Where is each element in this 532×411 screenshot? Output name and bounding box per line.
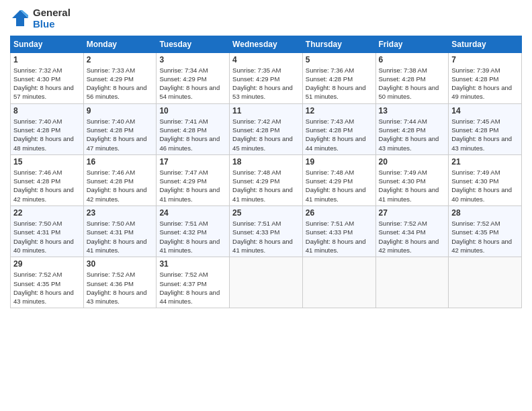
day-info: Sunrise: 7:47 AMSunset: 4:29 PMDaylight:… [159, 168, 226, 203]
day-info: Sunrise: 7:52 AMSunset: 4:35 PMDaylight:… [451, 219, 519, 255]
day-info: Sunrise: 7:49 AMSunset: 4:30 PMDaylight:… [451, 168, 519, 203]
calendar-cell: 24Sunrise: 7:51 AMSunset: 4:32 PMDayligh… [157, 206, 230, 257]
day-info: Sunrise: 7:35 AMSunset: 4:29 PMDaylight:… [232, 66, 300, 101]
calendar-cell: 9Sunrise: 7:40 AMSunset: 4:28 PMDaylight… [83, 103, 157, 154]
day-info: Sunrise: 7:49 AMSunset: 4:30 PMDaylight:… [379, 168, 446, 203]
day-info: Sunrise: 7:48 AMSunset: 4:29 PMDaylight:… [306, 168, 373, 203]
logo-text: General Blue [33, 7, 71, 30]
day-info: Sunrise: 7:44 AMSunset: 4:28 PMDaylight:… [379, 117, 446, 152]
day-info: Sunrise: 7:51 AMSunset: 4:32 PMDaylight:… [159, 219, 226, 255]
day-info: Sunrise: 7:40 AMSunset: 4:28 PMDaylight:… [87, 117, 154, 152]
day-info: Sunrise: 7:48 AMSunset: 4:29 PMDaylight:… [232, 168, 300, 203]
day-number: 3 [159, 55, 226, 64]
day-number: 28 [451, 208, 519, 218]
weekday-header-sunday: Sunday [11, 36, 84, 52]
day-info: Sunrise: 7:46 AMSunset: 4:28 PMDaylight:… [87, 168, 154, 203]
weekday-header-wednesday: Wednesday [230, 36, 303, 52]
day-number: 27 [379, 208, 446, 218]
day-info: Sunrise: 7:46 AMSunset: 4:28 PMDaylight:… [13, 168, 81, 203]
day-info: Sunrise: 7:41 AMSunset: 4:28 PMDaylight:… [159, 117, 226, 152]
day-info: Sunrise: 7:42 AMSunset: 4:28 PMDaylight:… [232, 117, 300, 152]
day-number: 6 [379, 55, 446, 64]
day-number: 14 [451, 106, 519, 116]
weekday-header-tuesday: Tuesday [157, 36, 230, 52]
weekday-header-saturday: Saturday [449, 36, 522, 52]
day-number: 12 [306, 106, 373, 116]
day-number: 31 [159, 259, 226, 269]
calendar-cell: 31Sunrise: 7:52 AMSunset: 4:37 PMDayligh… [157, 257, 230, 308]
day-number: 30 [87, 259, 154, 269]
day-info: Sunrise: 7:43 AMSunset: 4:28 PMDaylight:… [306, 117, 373, 152]
day-info: Sunrise: 7:52 AMSunset: 4:36 PMDaylight:… [87, 270, 154, 306]
calendar-cell: 12Sunrise: 7:43 AMSunset: 4:28 PMDayligh… [302, 103, 375, 154]
calendar-table: SundayMondayTuesdayWednesdayThursdayFrid… [10, 36, 522, 309]
day-number: 19 [306, 157, 373, 167]
calendar-cell: 2Sunrise: 7:33 AMSunset: 4:29 PMDaylight… [83, 52, 157, 103]
calendar-cell: 5Sunrise: 7:36 AMSunset: 4:28 PMDaylight… [302, 52, 375, 103]
calendar-week-0: 1Sunrise: 7:32 AMSunset: 4:30 PMDaylight… [11, 52, 522, 103]
calendar-cell: 20Sunrise: 7:49 AMSunset: 4:30 PMDayligh… [375, 154, 449, 205]
day-info: Sunrise: 7:39 AMSunset: 4:28 PMDaylight:… [451, 66, 519, 101]
day-info: Sunrise: 7:50 AMSunset: 4:31 PMDaylight:… [13, 219, 81, 255]
calendar-cell [302, 257, 375, 308]
day-info: Sunrise: 7:33 AMSunset: 4:29 PMDaylight:… [87, 66, 154, 101]
day-number: 2 [87, 55, 154, 64]
day-info: Sunrise: 7:34 AMSunset: 4:29 PMDaylight:… [159, 66, 226, 101]
day-number: 21 [451, 157, 519, 167]
calendar-cell: 23Sunrise: 7:50 AMSunset: 4:31 PMDayligh… [83, 206, 157, 257]
day-info: Sunrise: 7:38 AMSunset: 4:28 PMDaylight:… [379, 66, 446, 101]
day-number: 18 [232, 157, 300, 167]
calendar-cell [375, 257, 449, 308]
calendar-cell: 25Sunrise: 7:51 AMSunset: 4:33 PMDayligh… [230, 206, 303, 257]
calendar-cell: 3Sunrise: 7:34 AMSunset: 4:29 PMDaylight… [157, 52, 230, 103]
day-info: Sunrise: 7:36 AMSunset: 4:28 PMDaylight:… [306, 66, 373, 101]
day-number: 1 [13, 55, 81, 64]
calendar-cell: 11Sunrise: 7:42 AMSunset: 4:28 PMDayligh… [230, 103, 303, 154]
day-number: 25 [232, 208, 300, 218]
calendar-cell: 7Sunrise: 7:39 AMSunset: 4:28 PMDaylight… [449, 52, 522, 103]
day-number: 5 [306, 55, 373, 64]
calendar-cell: 28Sunrise: 7:52 AMSunset: 4:35 PMDayligh… [449, 206, 522, 257]
day-info: Sunrise: 7:52 AMSunset: 4:34 PMDaylight:… [379, 219, 446, 255]
svg-marker-0 [12, 10, 28, 26]
logo-icon [10, 8, 30, 28]
calendar-cell: 14Sunrise: 7:45 AMSunset: 4:28 PMDayligh… [449, 103, 522, 154]
day-number: 29 [13, 259, 81, 269]
calendar-cell: 15Sunrise: 7:46 AMSunset: 4:28 PMDayligh… [11, 154, 84, 205]
header: General Blue [10, 7, 522, 30]
day-info: Sunrise: 7:51 AMSunset: 4:33 PMDaylight:… [232, 219, 300, 255]
calendar-week-2: 15Sunrise: 7:46 AMSunset: 4:28 PMDayligh… [11, 154, 522, 205]
calendar-cell: 21Sunrise: 7:49 AMSunset: 4:30 PMDayligh… [449, 154, 522, 205]
calendar-cell [449, 257, 522, 308]
calendar-cell: 16Sunrise: 7:46 AMSunset: 4:28 PMDayligh… [83, 154, 157, 205]
day-number: 22 [13, 208, 81, 218]
calendar-cell [230, 257, 303, 308]
day-number: 23 [87, 208, 154, 218]
day-number: 15 [13, 157, 81, 167]
day-info: Sunrise: 7:40 AMSunset: 4:28 PMDaylight:… [13, 117, 81, 152]
calendar-cell: 18Sunrise: 7:48 AMSunset: 4:29 PMDayligh… [230, 154, 303, 205]
day-info: Sunrise: 7:45 AMSunset: 4:28 PMDaylight:… [451, 117, 519, 152]
day-number: 9 [87, 106, 154, 116]
weekday-header-friday: Friday [375, 36, 449, 52]
weekday-header-thursday: Thursday [302, 36, 375, 52]
weekday-header-monday: Monday [83, 36, 157, 52]
calendar-cell: 22Sunrise: 7:50 AMSunset: 4:31 PMDayligh… [11, 206, 84, 257]
calendar-cell: 17Sunrise: 7:47 AMSunset: 4:29 PMDayligh… [157, 154, 230, 205]
day-info: Sunrise: 7:52 AMSunset: 4:35 PMDaylight:… [13, 270, 81, 306]
day-number: 17 [159, 157, 226, 167]
calendar-cell: 4Sunrise: 7:35 AMSunset: 4:29 PMDaylight… [230, 52, 303, 103]
day-number: 26 [306, 208, 373, 218]
calendar-cell: 27Sunrise: 7:52 AMSunset: 4:34 PMDayligh… [375, 206, 449, 257]
calendar-cell: 26Sunrise: 7:51 AMSunset: 4:33 PMDayligh… [302, 206, 375, 257]
calendar-week-3: 22Sunrise: 7:50 AMSunset: 4:31 PMDayligh… [11, 206, 522, 257]
day-number: 4 [232, 55, 300, 64]
day-number: 13 [379, 106, 446, 116]
day-info: Sunrise: 7:50 AMSunset: 4:31 PMDaylight:… [87, 219, 154, 255]
calendar-cell: 30Sunrise: 7:52 AMSunset: 4:36 PMDayligh… [83, 257, 157, 308]
calendar-container: General Blue SundayMondayTuesdayWednesda… [0, 0, 532, 411]
logo: General Blue [10, 7, 71, 30]
calendar-week-1: 8Sunrise: 7:40 AMSunset: 4:28 PMDaylight… [11, 103, 522, 154]
day-info: Sunrise: 7:52 AMSunset: 4:37 PMDaylight:… [159, 270, 226, 306]
day-info: Sunrise: 7:51 AMSunset: 4:33 PMDaylight:… [306, 219, 373, 255]
